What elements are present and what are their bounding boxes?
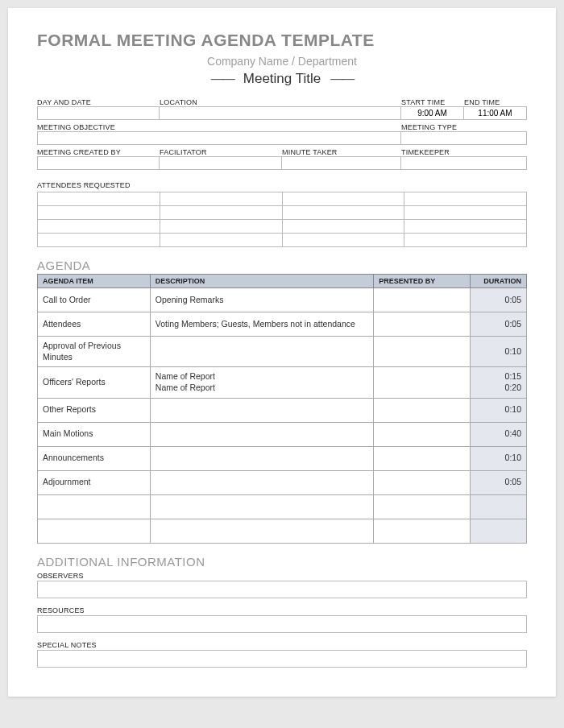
agenda-duration-cell[interactable]: 0:05 (471, 470, 527, 494)
agenda-description-cell[interactable] (150, 519, 373, 543)
agenda-duration-cell[interactable]: 0:10 (471, 337, 527, 367)
agenda-item-cell[interactable]: Main Motions (38, 422, 151, 446)
attendee-cell[interactable] (38, 220, 160, 234)
agenda-duration-cell[interactable]: 0:05 (471, 312, 527, 337)
label-day-date: DAY AND DATE (37, 98, 160, 106)
agenda-description-cell[interactable]: Opening Remarks (150, 288, 373, 312)
agenda-row: Approval of Previous Minutes0:10 (38, 337, 527, 367)
agenda-presented-by-cell[interactable] (374, 288, 471, 312)
header-description: DESCRIPTION (150, 275, 373, 288)
agenda-item-cell[interactable] (38, 494, 151, 519)
table-row (38, 206, 527, 220)
input-day-date[interactable] (37, 106, 160, 120)
agenda-description-cell[interactable] (150, 398, 373, 422)
agenda-description-cell[interactable] (150, 446, 373, 470)
agenda-item-cell[interactable]: Announcements (38, 446, 151, 470)
company-name: Company Name / Department (37, 55, 527, 68)
attendee-cell[interactable] (282, 234, 404, 247)
label-objective: MEETING OBJECTIVE (37, 123, 401, 131)
row-objective-type: MEETING OBJECTIVE MEETING TYPE (37, 123, 527, 145)
attendee-cell[interactable] (38, 192, 160, 206)
attendee-cell[interactable] (404, 192, 527, 206)
agenda-duration-cell[interactable]: 0:05 (471, 288, 527, 312)
agenda-row: Main Motions0:40 (38, 422, 527, 446)
agenda-description-cell[interactable]: Name of Report Name of Report (150, 367, 373, 398)
agenda-presented-by-cell[interactable] (374, 422, 471, 446)
attendee-cell[interactable] (160, 192, 282, 206)
header-duration: DURATION (471, 275, 527, 288)
agenda-item-cell[interactable]: Adjournment (38, 470, 151, 494)
input-timekeeper[interactable] (400, 156, 527, 170)
agenda-row (38, 519, 527, 543)
input-special-notes[interactable] (37, 650, 527, 668)
attendee-cell[interactable] (160, 234, 282, 247)
agenda-item-cell[interactable]: Other Reports (38, 398, 151, 422)
agenda-description-cell[interactable] (150, 422, 373, 446)
agenda-duration-cell[interactable]: 0:15 0:20 (471, 367, 527, 398)
label-type: MEETING TYPE (401, 123, 527, 131)
label-special-notes: SPECIAL NOTES (37, 641, 527, 649)
agenda-presented-by-cell[interactable] (374, 494, 471, 519)
label-minute-taker: MINUTE TAKER (282, 148, 401, 156)
attendee-cell[interactable] (160, 220, 282, 234)
input-objective[interactable] (37, 131, 401, 145)
header-presented-by: PRESENTED BY (374, 275, 471, 288)
attendee-cell[interactable] (404, 206, 527, 220)
agenda-row: AttendeesVoting Members; Guests, Members… (38, 312, 527, 337)
attendee-cell[interactable] (282, 206, 404, 220)
agenda-duration-cell[interactable] (471, 494, 527, 519)
agenda-presented-by-cell[interactable] (374, 470, 471, 494)
agenda-row: Officers' ReportsName of Report Name of … (38, 367, 527, 398)
agenda-presented-by-cell[interactable] (374, 312, 471, 337)
agenda-duration-cell[interactable]: 0:10 (471, 398, 527, 422)
agenda-presented-by-cell[interactable] (374, 519, 471, 543)
attendee-cell[interactable] (160, 206, 282, 220)
agenda-item-cell[interactable]: Officers' Reports (38, 367, 151, 398)
input-end-time[interactable]: 11:00 AM (463, 106, 527, 120)
agenda-duration-cell[interactable] (471, 519, 527, 543)
label-end-time: END TIME (464, 98, 527, 106)
agenda-duration-cell[interactable]: 0:10 (471, 446, 527, 470)
agenda-table: AGENDA ITEM DESCRIPTION PRESENTED BY DUR… (37, 274, 527, 544)
row-roles: MEETING CREATED BY FACILITATOR MINUTE TA… (37, 148, 527, 170)
agenda-item-cell[interactable]: Call to Order (38, 288, 151, 312)
label-observers: OBSERVERS (37, 572, 527, 580)
agenda-item-cell[interactable]: Attendees (38, 312, 151, 337)
agenda-presented-by-cell[interactable] (374, 446, 471, 470)
agenda-description-cell[interactable] (150, 337, 373, 367)
label-attendees: ATTENDEES REQUESTED (37, 181, 131, 189)
attendee-cell[interactable] (282, 192, 404, 206)
agenda-item-cell[interactable]: Approval of Previous Minutes (38, 337, 151, 367)
attendee-cell[interactable] (38, 234, 160, 247)
agenda-description-cell[interactable] (150, 470, 373, 494)
agenda-presented-by-cell[interactable] (374, 367, 471, 398)
input-type[interactable] (400, 131, 527, 145)
attendee-cell[interactable] (404, 234, 527, 247)
additional-info: OBSERVERS RESOURCES SPECIAL NOTES (37, 572, 527, 668)
agenda-presented-by-cell[interactable] (374, 398, 471, 422)
input-facilitator[interactable] (159, 156, 282, 170)
input-minute-taker[interactable] (281, 156, 401, 170)
label-facilitator: FACILITATOR (160, 148, 282, 156)
agenda-description-cell[interactable]: Voting Members; Guests, Members not in a… (150, 312, 373, 337)
attendee-cell[interactable] (38, 206, 160, 220)
header-agenda-item: AGENDA ITEM (38, 275, 151, 288)
agenda-presented-by-cell[interactable] (374, 337, 471, 367)
attendee-cell[interactable] (404, 220, 527, 234)
row-date-location-time: DAY AND DATE LOCATION START TIME 9:00 AM… (37, 98, 527, 120)
agenda-item-cell[interactable] (38, 519, 151, 543)
agenda-description-cell[interactable] (150, 494, 373, 519)
attendee-cell[interactable] (282, 220, 404, 234)
dash-right: —— (330, 72, 353, 86)
agenda-row: Adjournment0:05 (38, 470, 527, 494)
input-start-time[interactable]: 9:00 AM (400, 106, 464, 120)
agenda-duration-cell[interactable]: 0:40 (471, 422, 527, 446)
input-resources[interactable] (37, 615, 527, 633)
agenda-row (38, 494, 527, 519)
input-observers[interactable] (37, 581, 527, 598)
input-created-by[interactable] (37, 156, 160, 170)
main-title: FORMAL MEETING AGENDA TEMPLATE (37, 31, 527, 50)
label-created-by: MEETING CREATED BY (37, 148, 160, 156)
agenda-row: Announcements0:10 (38, 446, 527, 470)
input-location[interactable] (159, 106, 401, 120)
